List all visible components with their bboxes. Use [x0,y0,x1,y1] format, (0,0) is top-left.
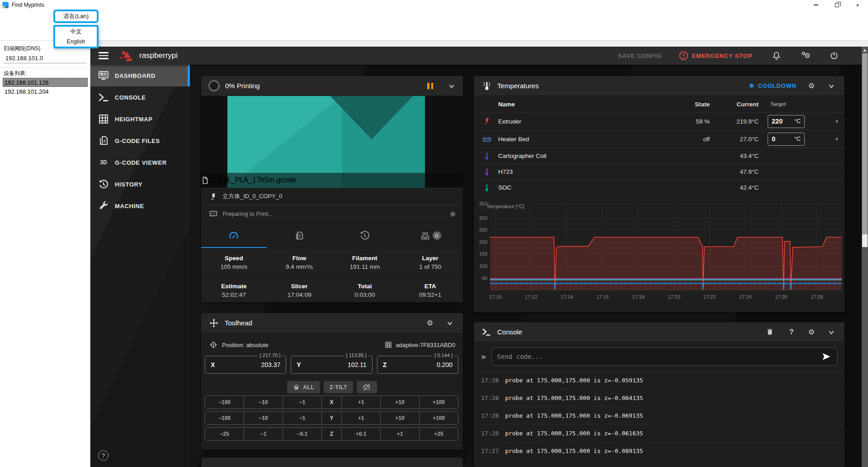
log-message: probe at 175.000,175.000 is z=-0.059135 [505,377,643,384]
print-stat-slicer: Slicer17:04:09 [267,276,332,302]
scan-subnet-input[interactable] [4,53,86,63]
chevron-dropdown-icon[interactable]: ▼ [829,119,844,124]
nav-item-machine[interactable]: MACHINE [90,195,190,217]
monitor-dashboard-icon [98,70,109,81]
jog-button[interactable]: −25 [205,428,244,440]
nav-item-heightmap[interactable]: HEIGHTMAP [90,108,190,130]
emergency-stop-button[interactable]: EMERGENCY STOP [679,51,752,60]
power-icon[interactable] [829,51,839,61]
app-toolbar: 淘 [0,24,868,40]
z-tilt-button[interactable]: Z-TILT [324,381,353,393]
axis-input-x[interactable]: [ 217.70 ]X203.37 [205,356,286,374]
expand-macros-icon[interactable]: » [481,352,486,362]
tab-files[interactable] [267,223,332,248]
hamburger-menu-icon[interactable] [99,52,108,59]
chevron-down-icon[interactable] [826,327,836,337]
tab-queue[interactable]: 0 [397,223,463,248]
device-list-item[interactable]: 192.168.101.126 [3,78,88,87]
mesh-profile-name: adaptive-7F8331ABD0 [396,342,455,348]
notifications-bell-icon[interactable] [771,51,781,61]
chevron-down-icon[interactable] [445,318,455,328]
close-message-icon[interactable]: ⊗ [450,210,456,218]
wrench-icon [98,200,109,212]
chevron-dropdown-icon[interactable]: ▼ [829,137,844,142]
print-panel-tabs: 0 [201,223,463,248]
nav-item-dashboard[interactable]: DASHBOARD [90,65,190,86]
jog-button[interactable]: +0.1 [341,428,380,440]
jog-button[interactable]: +1 [341,412,380,424]
device-list-item[interactable]: 192.168.101.204 [3,87,88,96]
nozzle-icon [209,192,218,201]
cooldown-button[interactable]: ❄ COOLDOWN [749,82,797,89]
console-input[interactable] [497,353,821,360]
heater-current: 219.9°C [710,118,759,125]
target-temp-input[interactable]: 0°C [768,133,805,146]
close-button[interactable]: × [847,0,868,10]
tab-speed[interactable] [201,223,267,248]
temperature-row-h723: H72347.9°C [474,163,844,179]
chevron-down-icon[interactable] [447,81,457,91]
nav-item-history[interactable]: HISTORY [90,173,190,195]
language-option-chinese[interactable]: 中文 [55,27,97,37]
target-temp-input[interactable]: 220°C [768,115,805,128]
help-question-icon[interactable]: ? [787,327,797,337]
print-stat-eta: ETA09:52+1 [397,276,463,302]
gcode-thumbnail: 立方体_PLA_17h5m.gcode [201,96,463,188]
nav-item-g-code-viewer[interactable]: 3DG-CODE VIEWER [90,152,190,173]
gear-icon[interactable]: ⚙ [427,319,433,327]
axis-input-z[interactable]: [ 0.144 ]Z0.200 [377,356,458,374]
temperature-row-heater-bed: Heater Bedoff27.0°C0°C▼ [474,130,844,148]
temperature-row-cartographer-coil: Cartographer Coil43.4°C [474,148,844,163]
tab-history[interactable] [332,223,398,248]
jog-axis-label: X [321,396,341,409]
axis-input-y[interactable]: [ 113.85 ]Y102.11 [291,356,372,374]
scrollbar-thumb[interactable] [862,53,868,234]
jog-button[interactable]: +1 [341,396,380,409]
jog-button[interactable]: −1 [283,396,321,409]
maximize-button[interactable] [826,0,847,10]
nav-item-console[interactable]: CONSOLE [90,86,190,108]
jog-button[interactable]: −10 [244,396,283,409]
jog-button[interactable]: +10 [380,396,419,409]
send-icon[interactable] [821,352,831,361]
move-axes-icon [208,318,219,329]
trash-icon[interactable] [765,327,775,337]
svg-text:17:10: 17:10 [489,294,502,300]
language-option-english[interactable]: English [55,37,97,47]
jog-button[interactable]: −0.1 [283,428,321,440]
jog-button[interactable]: +10 [380,412,419,424]
home-all-button[interactable]: ALL [287,381,320,393]
pause-button[interactable] [425,81,435,91]
svg-text:300: 300 [479,215,487,221]
jog-button[interactable]: −1 [244,428,283,440]
gear-icon[interactable]: ⚙ [808,81,815,90]
scrollbar-up-arrow[interactable] [863,49,867,52]
log-message: probe at 175.000,175.000 is z=-0.089135 [505,448,643,454]
help-icon[interactable]: ? [98,450,108,461]
nav-item-g-code-files[interactable]: G-CODE FILES [90,130,190,152]
jog-button[interactable]: +1 [380,428,419,440]
gear-icon[interactable]: ⚙ [808,328,815,336]
jog-button[interactable]: +100 [419,412,458,424]
heater-state: 59 % [656,118,710,125]
jog-button[interactable]: +100 [419,396,458,409]
jog-button[interactable]: −10 [244,412,283,424]
menu-item-language[interactable]: 语言(Lan) [53,10,99,23]
svg-text:100: 100 [479,263,487,269]
print-stat-estimate: Estimate52:02:47 [201,276,267,302]
jog-button[interactable]: −100 [205,396,244,409]
interface-settings-gears-icon[interactable]: ⚙⚙ [800,51,810,61]
stat-value: 52:02:47 [222,291,246,298]
motors-off-button[interactable] [357,381,377,393]
log-timestamp: 17:28 [481,395,499,401]
target-unit: °C [794,136,801,142]
jog-button[interactable]: +25 [419,428,458,440]
jog-button[interactable]: −1 [283,412,321,424]
save-config-button[interactable]: SAVE CONFIG [618,52,662,59]
minimize-button[interactable] [806,0,826,10]
jog-button[interactable]: −100 [205,412,244,424]
nav-drawer: DASHBOARDCONSOLEHEIGHTMAPG-CODE FILES3DG… [90,65,190,467]
heater-target: 220°C [768,115,829,128]
chevron-down-icon[interactable] [826,81,836,91]
position-mode-label: Position: absolute [222,342,269,348]
